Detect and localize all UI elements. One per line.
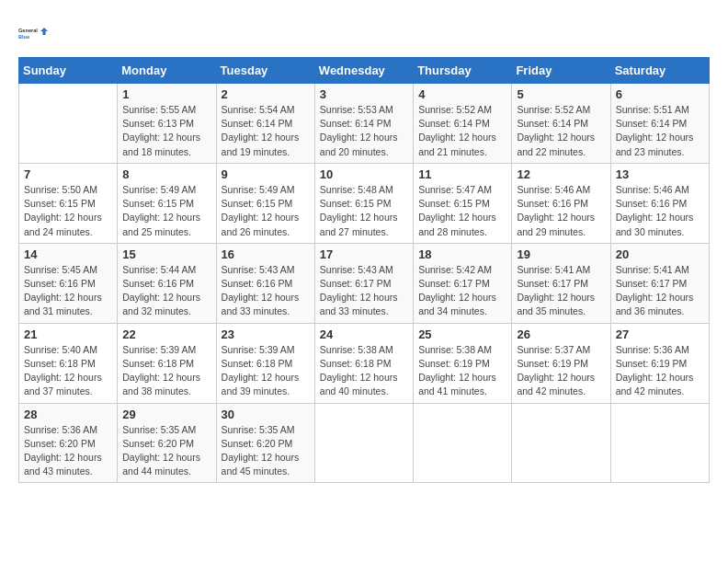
calendar-week-row: 28Sunrise: 5:36 AM Sunset: 6:20 PM Dayli… xyxy=(19,403,710,483)
calendar-cell: 4Sunrise: 5:52 AM Sunset: 6:14 PM Daylig… xyxy=(414,84,512,164)
calendar-cell: 1Sunrise: 5:55 AM Sunset: 6:13 PM Daylig… xyxy=(118,84,216,164)
day-number: 13 xyxy=(616,167,704,181)
day-number: 20 xyxy=(616,247,704,261)
day-info: Sunrise: 5:35 AM Sunset: 6:20 PM Dayligh… xyxy=(222,423,310,479)
day-info: Sunrise: 5:43 AM Sunset: 6:16 PM Dayligh… xyxy=(222,263,310,319)
day-info: Sunrise: 5:55 AM Sunset: 6:13 PM Dayligh… xyxy=(122,103,210,159)
day-info: Sunrise: 5:35 AM Sunset: 6:20 PM Dayligh… xyxy=(122,423,210,479)
weekday-header-wednesday: Wednesday xyxy=(314,58,413,84)
day-info: Sunrise: 5:40 AM Sunset: 6:18 PM Dayligh… xyxy=(24,343,112,399)
day-number: 7 xyxy=(24,167,112,181)
calendar-cell: 23Sunrise: 5:39 AM Sunset: 6:18 PM Dayli… xyxy=(216,323,314,403)
calendar-cell: 2Sunrise: 5:54 AM Sunset: 6:14 PM Daylig… xyxy=(216,84,314,164)
calendar-cell xyxy=(512,403,610,483)
day-number: 1 xyxy=(122,87,210,101)
day-number: 16 xyxy=(222,247,310,261)
calendar-cell: 30Sunrise: 5:35 AM Sunset: 6:20 PM Dayli… xyxy=(216,403,314,483)
calendar-cell: 28Sunrise: 5:36 AM Sunset: 6:20 PM Dayli… xyxy=(19,403,118,483)
calendar-cell: 25Sunrise: 5:38 AM Sunset: 6:19 PM Dayli… xyxy=(414,323,512,403)
weekday-header-sunday: Sunday xyxy=(19,58,118,84)
weekday-header-saturday: Saturday xyxy=(610,58,709,84)
calendar-cell xyxy=(414,403,512,483)
calendar-cell: 16Sunrise: 5:43 AM Sunset: 6:16 PM Dayli… xyxy=(216,243,314,323)
day-info: Sunrise: 5:52 AM Sunset: 6:14 PM Dayligh… xyxy=(418,103,506,159)
day-number: 24 xyxy=(320,327,408,341)
weekday-header-tuesday: Tuesday xyxy=(216,58,314,84)
day-info: Sunrise: 5:42 AM Sunset: 6:17 PM Dayligh… xyxy=(418,263,506,319)
calendar-cell: 7Sunrise: 5:50 AM Sunset: 6:15 PM Daylig… xyxy=(19,163,118,243)
calendar-week-row: 21Sunrise: 5:40 AM Sunset: 6:18 PM Dayli… xyxy=(19,323,710,403)
day-info: Sunrise: 5:38 AM Sunset: 6:19 PM Dayligh… xyxy=(418,343,506,399)
weekday-header-thursday: Thursday xyxy=(414,58,512,84)
day-number: 29 xyxy=(122,408,210,421)
weekday-header-friday: Friday xyxy=(512,58,610,84)
day-number: 8 xyxy=(122,167,210,181)
calendar-cell xyxy=(610,403,709,483)
calendar-week-row: 1Sunrise: 5:55 AM Sunset: 6:13 PM Daylig… xyxy=(19,84,710,164)
day-number: 4 xyxy=(418,87,506,101)
calendar-cell: 26Sunrise: 5:37 AM Sunset: 6:19 PM Dayli… xyxy=(512,323,610,403)
day-info: Sunrise: 5:36 AM Sunset: 6:20 PM Dayligh… xyxy=(24,423,112,479)
calendar-cell: 13Sunrise: 5:46 AM Sunset: 6:16 PM Dayli… xyxy=(610,163,709,243)
calendar-cell: 27Sunrise: 5:36 AM Sunset: 6:19 PM Dayli… xyxy=(610,323,709,403)
weekday-header-monday: Monday xyxy=(118,58,216,84)
svg-text:Blue: Blue xyxy=(18,34,29,40)
calendar-cell: 19Sunrise: 5:41 AM Sunset: 6:17 PM Dayli… xyxy=(512,243,610,323)
day-info: Sunrise: 5:45 AM Sunset: 6:16 PM Dayligh… xyxy=(24,263,112,319)
day-info: Sunrise: 5:44 AM Sunset: 6:16 PM Dayligh… xyxy=(122,263,210,319)
day-info: Sunrise: 5:36 AM Sunset: 6:19 PM Dayligh… xyxy=(616,343,704,399)
day-number: 12 xyxy=(517,167,605,181)
day-info: Sunrise: 5:48 AM Sunset: 6:15 PM Dayligh… xyxy=(320,183,408,239)
day-number: 27 xyxy=(616,327,704,341)
day-number: 28 xyxy=(24,408,112,421)
weekday-header-row: SundayMondayTuesdayWednesdayThursdayFrid… xyxy=(19,58,710,84)
day-number: 11 xyxy=(418,167,506,181)
day-info: Sunrise: 5:43 AM Sunset: 6:17 PM Dayligh… xyxy=(320,263,408,319)
day-info: Sunrise: 5:47 AM Sunset: 6:15 PM Dayligh… xyxy=(418,183,506,239)
day-number: 19 xyxy=(517,247,605,261)
logo-icon: General Blue xyxy=(18,18,48,48)
calendar-cell: 21Sunrise: 5:40 AM Sunset: 6:18 PM Dayli… xyxy=(19,323,118,403)
day-number: 30 xyxy=(222,408,310,421)
calendar-cell: 3Sunrise: 5:53 AM Sunset: 6:14 PM Daylig… xyxy=(314,84,413,164)
day-info: Sunrise: 5:50 AM Sunset: 6:15 PM Dayligh… xyxy=(24,183,112,239)
calendar-cell: 29Sunrise: 5:35 AM Sunset: 6:20 PM Dayli… xyxy=(118,403,216,483)
day-number: 9 xyxy=(222,167,310,181)
calendar-cell: 15Sunrise: 5:44 AM Sunset: 6:16 PM Dayli… xyxy=(118,243,216,323)
calendar-cell: 11Sunrise: 5:47 AM Sunset: 6:15 PM Dayli… xyxy=(414,163,512,243)
day-info: Sunrise: 5:38 AM Sunset: 6:18 PM Dayligh… xyxy=(320,343,408,399)
svg-marker-2 xyxy=(40,28,48,35)
calendar-week-row: 14Sunrise: 5:45 AM Sunset: 6:16 PM Dayli… xyxy=(19,243,710,323)
calendar-cell: 10Sunrise: 5:48 AM Sunset: 6:15 PM Dayli… xyxy=(314,163,413,243)
day-info: Sunrise: 5:41 AM Sunset: 6:17 PM Dayligh… xyxy=(616,263,704,319)
day-number: 17 xyxy=(320,247,408,261)
calendar-table: SundayMondayTuesdayWednesdayThursdayFrid… xyxy=(18,57,710,483)
calendar-cell: 20Sunrise: 5:41 AM Sunset: 6:17 PM Dayli… xyxy=(610,243,709,323)
day-info: Sunrise: 5:49 AM Sunset: 6:15 PM Dayligh… xyxy=(222,183,310,239)
day-info: Sunrise: 5:52 AM Sunset: 6:14 PM Dayligh… xyxy=(517,103,605,159)
day-number: 23 xyxy=(222,327,310,341)
day-info: Sunrise: 5:53 AM Sunset: 6:14 PM Dayligh… xyxy=(320,103,408,159)
calendar-cell: 8Sunrise: 5:49 AM Sunset: 6:15 PM Daylig… xyxy=(118,163,216,243)
day-info: Sunrise: 5:39 AM Sunset: 6:18 PM Dayligh… xyxy=(122,343,210,399)
svg-text:General: General xyxy=(18,28,38,33)
day-info: Sunrise: 5:46 AM Sunset: 6:16 PM Dayligh… xyxy=(517,183,605,239)
calendar-cell: 18Sunrise: 5:42 AM Sunset: 6:17 PM Dayli… xyxy=(414,243,512,323)
day-info: Sunrise: 5:49 AM Sunset: 6:15 PM Dayligh… xyxy=(122,183,210,239)
calendar-cell: 24Sunrise: 5:38 AM Sunset: 6:18 PM Dayli… xyxy=(314,323,413,403)
day-info: Sunrise: 5:46 AM Sunset: 6:16 PM Dayligh… xyxy=(616,183,704,239)
calendar-cell: 12Sunrise: 5:46 AM Sunset: 6:16 PM Dayli… xyxy=(512,163,610,243)
day-info: Sunrise: 5:54 AM Sunset: 6:14 PM Dayligh… xyxy=(222,103,310,159)
page-header: General Blue xyxy=(18,18,710,48)
calendar-cell: 17Sunrise: 5:43 AM Sunset: 6:17 PM Dayli… xyxy=(314,243,413,323)
day-number: 2 xyxy=(222,87,310,101)
day-info: Sunrise: 5:41 AM Sunset: 6:17 PM Dayligh… xyxy=(517,263,605,319)
day-number: 22 xyxy=(122,327,210,341)
day-number: 3 xyxy=(320,87,408,101)
day-number: 5 xyxy=(517,87,605,101)
day-number: 25 xyxy=(418,327,506,341)
calendar-cell xyxy=(19,84,118,164)
calendar-cell: 14Sunrise: 5:45 AM Sunset: 6:16 PM Dayli… xyxy=(19,243,118,323)
day-info: Sunrise: 5:39 AM Sunset: 6:18 PM Dayligh… xyxy=(222,343,310,399)
calendar-cell: 5Sunrise: 5:52 AM Sunset: 6:14 PM Daylig… xyxy=(512,84,610,164)
